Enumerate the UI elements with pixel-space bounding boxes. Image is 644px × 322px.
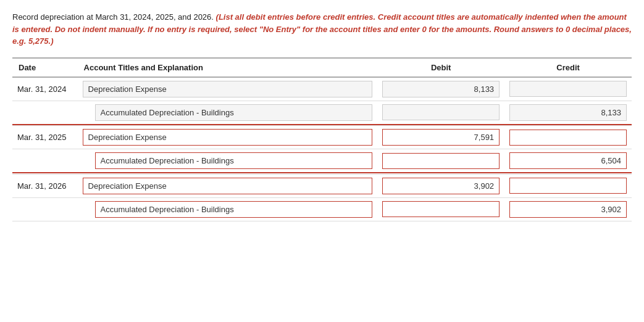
instruction-text-1: Record depreciation at March 31, 2024, 2… [12,12,216,22]
credit-empty-2024-debit [504,77,632,101]
account-input-debit-2025[interactable] [83,129,373,146]
credit-input-2024[interactable] [509,104,627,121]
header-debit: Debit [377,58,504,77]
account-input-credit-2025[interactable] [95,152,373,169]
header-date: Date [12,58,78,77]
credit-value-2026 [504,197,632,221]
date-empty-2025-credit [12,149,78,173]
instructions: Record depreciation at March 31, 2024, 2… [12,11,632,47]
debit-value-2025 [377,126,504,149]
account-debit-2024 [78,77,378,101]
account-input-credit-2024[interactable] [95,104,373,121]
credit-input-2026[interactable] [509,201,627,218]
date-2024: Mar. 31, 2024 [12,77,78,101]
account-debit-2025 [78,126,378,149]
debit-input-2024[interactable] [382,81,500,97]
debit-input-2026[interactable] [382,178,500,194]
debit-value-2026 [377,174,504,197]
credit-input-2025[interactable] [509,152,627,169]
debit-empty-2026-credit [377,197,504,221]
account-debit-2026 [78,174,378,197]
table-row [12,197,632,221]
table-row: Mar. 31, 2025 [12,126,632,149]
credit-value-2024 [504,101,632,125]
debit-empty-2024-credit [377,101,504,125]
date-empty-2024-credit [12,101,78,125]
account-credit-2025 [78,149,378,173]
table-row: Mar. 31, 2024 [12,77,632,101]
debit-empty-2025-credit [377,149,504,173]
credit-empty-2025-debit [504,126,632,149]
header-account: Account Titles and Explanation [78,58,378,77]
debit-input-2025[interactable] [382,129,500,146]
table-row [12,101,632,125]
account-credit-2026 [78,197,378,221]
table-row [12,149,632,173]
date-2026: Mar. 31, 2026 [12,174,78,197]
header-credit: Credit [504,58,632,77]
journal-table: Date Account Titles and Explanation Debi… [12,57,632,221]
credit-value-2025 [504,149,632,173]
account-input-debit-2026[interactable] [83,178,373,194]
date-empty-2026-credit [12,197,78,221]
date-2025: Mar. 31, 2025 [12,126,78,149]
account-input-credit-2026[interactable] [95,201,373,218]
debit-value-2024 [377,77,504,101]
account-credit-2024 [78,101,378,125]
account-input-debit-2024[interactable] [83,81,373,97]
credit-empty-2026-debit [504,174,632,197]
table-row: Mar. 31, 2026 [12,174,632,197]
